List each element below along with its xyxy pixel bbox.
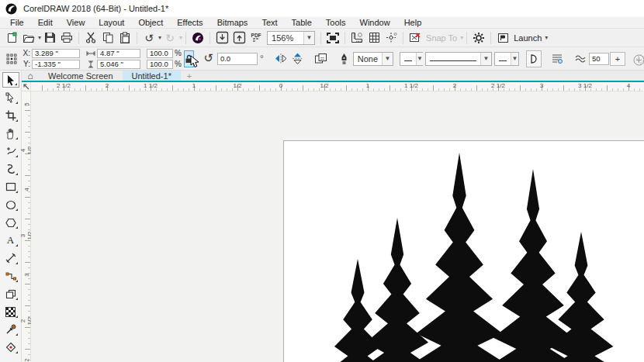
- y-position-field[interactable]: [32, 60, 80, 69]
- start-arrowhead-combo[interactable]: ▼: [400, 52, 423, 66]
- pick-tool[interactable]: [2, 72, 19, 88]
- zoom-level-combo[interactable]: 156% ▼: [267, 31, 315, 45]
- interactive-fill-tool[interactable]: [2, 340, 19, 355]
- zoom-level-dropdown-arrow[interactable]: ▼: [303, 32, 314, 44]
- object-origin-icon[interactable]: [4, 50, 19, 67]
- start-arrowhead-dropdown-arrow[interactable]: ▼: [416, 53, 423, 65]
- menu-window[interactable]: Window: [353, 18, 397, 27]
- new-tab-button[interactable]: +: [181, 71, 198, 81]
- object-width-icon: [86, 50, 95, 57]
- snap-to-label: Snap To: [426, 33, 457, 43]
- launch-label[interactable]: Launch: [514, 33, 542, 43]
- connector-tool[interactable]: [2, 268, 19, 284]
- drawing-canvas[interactable]: [31, 91, 644, 362]
- fullscreen-preview-button[interactable]: [325, 30, 341, 46]
- tab-untitled-1[interactable]: Untitled-1*: [123, 71, 181, 81]
- scale-horizontal-field[interactable]: [147, 49, 173, 58]
- save-button[interactable]: [42, 30, 57, 46]
- trees-artwork[interactable]: [31, 91, 644, 362]
- end-arrowhead-dropdown-arrow[interactable]: ▼: [511, 53, 518, 65]
- snap-to-dropdown-arrow: ▾: [460, 34, 463, 41]
- hruler-label: 3: [540, 82, 543, 89]
- freehand-tool[interactable]: [2, 143, 19, 159]
- search-content-button[interactable]: [190, 30, 206, 46]
- toolbar-separator: [345, 32, 345, 44]
- home-icon[interactable]: ⌂: [22, 71, 39, 81]
- line-style-dropdown-arrow[interactable]: ▼: [480, 53, 491, 65]
- menu-help[interactable]: Help: [397, 18, 429, 27]
- rotation-angle-field[interactable]: [217, 53, 258, 65]
- ellipse-tool[interactable]: [2, 197, 19, 212]
- vertical-ruler[interactable]: 54 1/243 1/232 1/22: [22, 91, 31, 362]
- smoothing-field[interactable]: [589, 53, 609, 65]
- end-arrowhead-combo[interactable]: ▼: [494, 52, 519, 66]
- publish-to-pdf-button[interactable]: PDF: [248, 30, 264, 46]
- show-grid-button[interactable]: [366, 30, 382, 46]
- open-dropdown-arrow[interactable]: ▾: [38, 34, 41, 41]
- cut-button[interactable]: [83, 30, 99, 46]
- dimension-tool[interactable]: [2, 250, 19, 266]
- vruler-label: 5: [23, 100, 30, 109]
- document-tab-bar: ⌂ Welcome Screen Untitled-1* +: [22, 71, 644, 82]
- rectangle-tool[interactable]: [2, 179, 19, 195]
- ruler-origin-icon[interactable]: [22, 82, 31, 91]
- menu-edit[interactable]: Edit: [31, 18, 60, 27]
- scale-vertical-field[interactable]: [147, 60, 173, 69]
- line-style-combo[interactable]: ▼: [425, 52, 492, 66]
- launch-icon[interactable]: [495, 30, 511, 46]
- undo-button[interactable]: ↺: [141, 30, 157, 46]
- menu-tools[interactable]: Tools: [319, 18, 353, 27]
- menu-layout[interactable]: Layout: [92, 18, 131, 27]
- undo-dropdown-arrow[interactable]: ▾: [158, 34, 161, 41]
- redo-button: ↻: [162, 30, 178, 46]
- toolbar-separator: [490, 32, 491, 44]
- object-height-field[interactable]: [97, 60, 140, 69]
- export-button[interactable]: [231, 30, 247, 46]
- outline-width-combo[interactable]: None ▼: [353, 52, 393, 66]
- artistic-media-tool[interactable]: [2, 161, 19, 177]
- horizontal-ruler[interactable]: 2 1/221 1/211/201/211 1/222 1/233 1/24: [31, 82, 644, 91]
- crop-tool[interactable]: [2, 108, 19, 123]
- color-eyedropper-tool[interactable]: [2, 322, 19, 337]
- close-curve-button[interactable]: [526, 50, 542, 67]
- snap-off-button[interactable]: [407, 30, 423, 46]
- transparency-tool[interactable]: [2, 304, 19, 319]
- menu-text[interactable]: Text: [254, 18, 284, 27]
- new-document-button[interactable]: [4, 30, 19, 46]
- smoothing-stepper[interactable]: +: [610, 52, 625, 66]
- options-gear-button[interactable]: [471, 30, 486, 46]
- x-position-field[interactable]: [32, 49, 80, 58]
- open-document-button[interactable]: [21, 30, 36, 46]
- drop-shadow-tool[interactable]: [2, 286, 19, 302]
- copy-button[interactable]: [100, 30, 116, 46]
- menu-table[interactable]: Table: [285, 18, 319, 27]
- property-bar: X: Y: % %: [0, 47, 644, 71]
- menu-bitmaps[interactable]: Bitmaps: [210, 18, 255, 27]
- menu-object[interactable]: Object: [131, 18, 170, 27]
- shape-tool[interactable]: [2, 90, 19, 105]
- outline-width-dropdown-arrow[interactable]: ▼: [382, 53, 393, 65]
- object-width-field[interactable]: [97, 49, 140, 58]
- menu-view[interactable]: View: [60, 18, 92, 27]
- show-guidelines-button[interactable]: [383, 30, 399, 46]
- object-properties-button[interactable]: [549, 50, 565, 67]
- vruler-label: 2: [23, 356, 30, 362]
- quick-customize-button[interactable]: [631, 51, 644, 68]
- text-tool[interactable]: A: [2, 233, 19, 248]
- import-button[interactable]: [214, 30, 230, 46]
- polygon-tool[interactable]: [2, 215, 19, 230]
- tab-welcome-screen[interactable]: Welcome Screen: [39, 71, 123, 81]
- smoothing-icon: [573, 50, 588, 67]
- toolbar-separator: [78, 32, 79, 44]
- show-rulers-button[interactable]: [349, 30, 365, 46]
- toolbar-separator: [137, 32, 137, 44]
- menu-file[interactable]: File: [3, 18, 31, 27]
- menu-effects[interactable]: Effects: [170, 18, 209, 27]
- paste-button[interactable]: [117, 30, 133, 46]
- print-button[interactable]: [59, 30, 74, 46]
- pan-tool[interactable]: [2, 126, 19, 141]
- mirror-horizontal-button[interactable]: [273, 50, 289, 67]
- launch-dropdown-arrow[interactable]: ▾: [545, 34, 548, 41]
- text-wrap-button[interactable]: [313, 50, 329, 67]
- mirror-vertical-button[interactable]: [290, 50, 306, 67]
